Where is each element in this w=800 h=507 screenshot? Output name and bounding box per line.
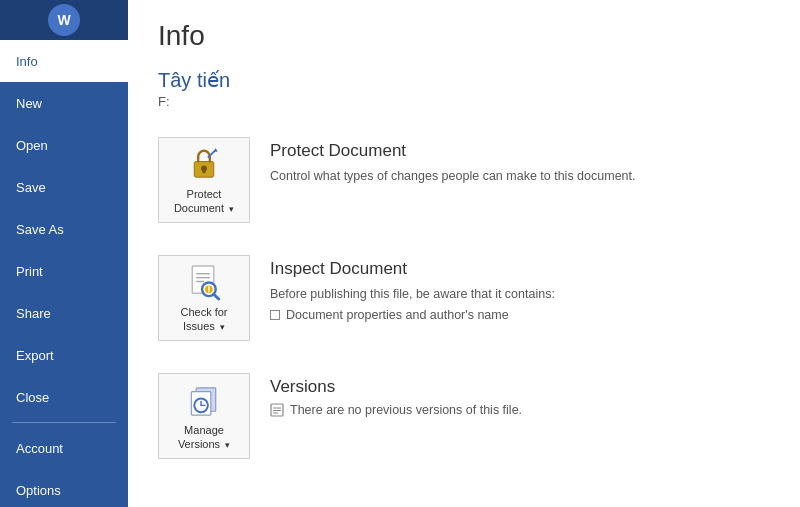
versions-icon (184, 380, 224, 419)
inspect-list-item-text: Document properties and author's name (286, 308, 509, 322)
svg-rect-2 (203, 169, 206, 173)
sidebar-item-close[interactable]: Close (0, 376, 128, 418)
sidebar-item-open[interactable]: Open (0, 124, 128, 166)
main-content: Info Tây tiến F: ProtectDocument ▾ Prote… (128, 0, 800, 507)
versions-card: ManageVersions ▾ Versions There are no p… (158, 365, 770, 467)
inspect-document-content: Inspect Document Before publishing this … (270, 255, 770, 322)
protect-icon (184, 144, 224, 183)
manage-versions-button[interactable]: ManageVersions ▾ (158, 373, 250, 459)
inspect-icon (184, 262, 224, 301)
versions-file-icon (270, 403, 284, 417)
sidebar-label-export: Export (16, 348, 54, 363)
svg-line-10 (214, 294, 219, 299)
sidebar-item-new[interactable]: New (0, 82, 128, 124)
versions-list-item-text: There are no previous versions of this f… (290, 403, 522, 417)
logo-circle: W (48, 4, 80, 36)
protect-document-button[interactable]: ProtectDocument ▾ (158, 137, 250, 223)
sidebar-label-share: Share (16, 306, 51, 321)
sidebar-label-account: Account (16, 441, 63, 456)
bullet-icon (270, 310, 280, 320)
protect-document-title: Protect Document (270, 141, 770, 161)
sidebar-label-new: New (16, 96, 42, 111)
check-for-issues-label: Check forIssues ▾ (180, 305, 227, 334)
document-path: F: (158, 94, 770, 109)
protect-document-content: Protect Document Control what types of c… (270, 137, 770, 186)
sidebar-label-save: Save (16, 180, 46, 195)
inspect-document-card: Check forIssues ▾ Inspect Document Befor… (158, 247, 770, 349)
app-logo: W (0, 0, 128, 40)
sidebar-item-save-as[interactable]: Save As (0, 208, 128, 250)
sidebar-label-print: Print (16, 264, 43, 279)
manage-versions-label: ManageVersions ▾ (178, 423, 230, 452)
inspect-document-title: Inspect Document (270, 259, 770, 279)
sidebar-label-open: Open (16, 138, 48, 153)
versions-content: Versions There are no previous versions … (270, 373, 770, 417)
inspect-document-list: Document properties and author's name (270, 308, 770, 322)
check-for-issues-button[interactable]: Check forIssues ▾ (158, 255, 250, 341)
sidebar-bottom: Account Options (0, 418, 128, 507)
protect-document-label: ProtectDocument ▾ (174, 187, 234, 216)
protect-document-card: ProtectDocument ▾ Protect Document Contr… (158, 129, 770, 231)
protect-document-desc: Control what types of changes people can… (270, 167, 770, 186)
inspect-document-desc: Before publishing this file, be aware th… (270, 285, 770, 304)
page-title: Info (158, 20, 770, 52)
sidebar-item-export[interactable]: Export (0, 334, 128, 376)
sidebar-label-options: Options (16, 483, 61, 498)
sidebar-label-save-as: Save As (16, 222, 64, 237)
sidebar-label-close: Close (16, 390, 49, 405)
versions-list-item: There are no previous versions of this f… (270, 403, 770, 417)
versions-list: There are no previous versions of this f… (270, 403, 770, 417)
inspect-list-item: Document properties and author's name (270, 308, 770, 322)
sidebar-item-options[interactable]: Options (0, 469, 128, 507)
sidebar: W Info New Open Save Save As Print Share… (0, 0, 128, 507)
sidebar-divider (12, 422, 116, 423)
sidebar-item-share[interactable]: Share (0, 292, 128, 334)
sidebar-item-account[interactable]: Account (0, 427, 128, 469)
sidebar-label-info: Info (16, 54, 38, 69)
svg-point-13 (208, 291, 210, 293)
versions-title: Versions (270, 377, 770, 397)
sidebar-item-save[interactable]: Save (0, 166, 128, 208)
document-name: Tây tiến (158, 68, 770, 92)
sidebar-item-print[interactable]: Print (0, 250, 128, 292)
sidebar-item-info[interactable]: Info (0, 40, 128, 82)
logo-letter: W (57, 12, 70, 28)
